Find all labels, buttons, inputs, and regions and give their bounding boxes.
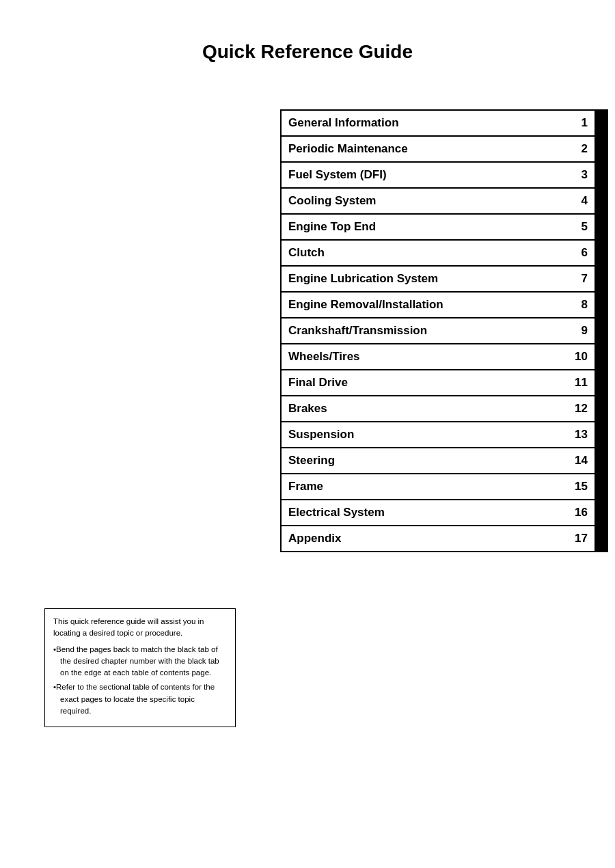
toc-row: Wheels/Tires10 (280, 343, 608, 370)
toc-label: Suspension (282, 422, 567, 447)
toc-tab (594, 241, 607, 265)
note-box: This quick reference guide will assist y… (44, 608, 236, 727)
toc-label: Cooling System (282, 189, 567, 213)
note-bullet-2: •Refer to the sectional table of content… (53, 681, 227, 717)
toc-tab (594, 448, 607, 473)
toc-row: Engine Removal/Installation8 (280, 291, 608, 318)
toc-number: 8 (567, 293, 594, 317)
toc-number: 3 (567, 163, 594, 187)
toc-label: Steering (282, 448, 567, 473)
toc-label: Engine Lubrication System (282, 267, 567, 291)
toc-row: Appendix17 (280, 525, 608, 552)
toc-row: Brakes12 (280, 395, 608, 422)
toc-tab (594, 293, 607, 317)
toc-label: Frame (282, 474, 567, 499)
toc-label: Fuel System (DFI) (282, 163, 567, 187)
toc-label: Crankshaft/Transmission (282, 318, 567, 343)
toc-label: Appendix (282, 526, 567, 551)
note-bullet-1: •Bend the pages back to match the black … (53, 644, 227, 679)
toc-label: Wheels/Tires (282, 344, 567, 369)
table-of-contents: General Information1Periodic Maintenance… (280, 109, 608, 551)
toc-number: 9 (567, 318, 594, 343)
toc-label: Periodic Maintenance (282, 137, 567, 161)
toc-row: Steering14 (280, 447, 608, 474)
toc-number: 2 (567, 137, 594, 161)
toc-tab (594, 500, 607, 525)
toc-row: Crankshaft/Transmission9 (280, 317, 608, 344)
toc-row: Final Drive11 (280, 369, 608, 396)
toc-tab (594, 526, 607, 551)
toc-row: Clutch6 (280, 239, 608, 267)
toc-number: 10 (567, 344, 594, 369)
toc-tab (594, 370, 607, 395)
page-title: Quick Reference Guide (0, 0, 615, 90)
toc-label: Engine Top End (282, 215, 567, 239)
toc-number: 13 (567, 422, 594, 447)
toc-row: Engine Lubrication System7 (280, 265, 608, 293)
toc-row: General Information1 (280, 109, 608, 137)
toc-number: 6 (567, 241, 594, 265)
toc-label: General Information (282, 111, 567, 135)
toc-number: 16 (567, 500, 594, 525)
toc-number: 17 (567, 526, 594, 551)
toc-number: 5 (567, 215, 594, 239)
toc-tab (594, 189, 607, 213)
toc-tab (594, 344, 607, 369)
toc-label: Engine Removal/Installation (282, 293, 567, 317)
toc-row: Frame15 (280, 473, 608, 500)
toc-row: Engine Top End5 (280, 213, 608, 241)
toc-row: Suspension13 (280, 421, 608, 448)
toc-number: 7 (567, 267, 594, 291)
toc-number: 11 (567, 370, 594, 395)
toc-tab (594, 137, 607, 161)
toc-label: Brakes (282, 396, 567, 421)
toc-number: 1 (567, 111, 594, 135)
toc-row: Cooling System4 (280, 187, 608, 215)
toc-tab (594, 111, 607, 135)
toc-number: 15 (567, 474, 594, 499)
toc-number: 4 (567, 189, 594, 213)
toc-tab (594, 215, 607, 239)
toc-tab (594, 267, 607, 291)
toc-tab (594, 318, 607, 343)
toc-number: 14 (567, 448, 594, 473)
toc-tab (594, 474, 607, 499)
toc-label: Electrical System (282, 500, 567, 525)
toc-row: Fuel System (DFI)3 (280, 161, 608, 189)
toc-row: Periodic Maintenance2 (280, 135, 608, 163)
toc-row: Electrical System16 (280, 499, 608, 526)
toc-tab (594, 163, 607, 187)
note-intro: This quick reference guide will assist y… (53, 616, 227, 640)
toc-number: 12 (567, 396, 594, 421)
toc-label: Clutch (282, 241, 567, 265)
toc-label: Final Drive (282, 370, 567, 395)
toc-tab (594, 396, 607, 421)
toc-tab (594, 422, 607, 447)
